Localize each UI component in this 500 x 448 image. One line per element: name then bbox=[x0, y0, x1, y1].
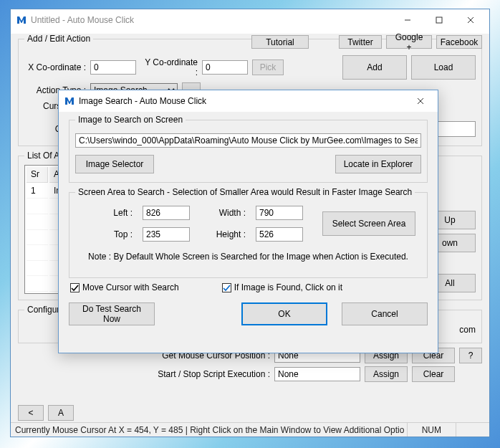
image-path-input[interactable] bbox=[75, 133, 421, 148]
startstop-input[interactable] bbox=[274, 367, 360, 381]
main-title: Untitled - Auto Mouse Click bbox=[31, 15, 392, 25]
main-titlebar[interactable]: Untitled - Auto Mouse Click bbox=[11, 9, 489, 31]
select-screen-area-button[interactable]: Select Screen Area bbox=[322, 211, 415, 236]
left-arrow-button[interactable]: < bbox=[18, 405, 44, 421]
help-button[interactable]: ? bbox=[459, 348, 482, 363]
left-label: Left : bbox=[90, 208, 133, 218]
click-if-found-checkbox[interactable]: If Image is Found, Click on it bbox=[222, 282, 342, 292]
top-label: Top : bbox=[90, 229, 133, 239]
left-input[interactable] bbox=[143, 206, 190, 220]
col-sr[interactable]: Sr bbox=[27, 167, 48, 183]
add-button[interactable]: Add bbox=[342, 55, 407, 80]
add-edit-legend: Add / Edit Action bbox=[24, 34, 93, 44]
move-cursor-checkbox[interactable]: Move Cursor with Search bbox=[70, 282, 179, 292]
dialog-title: Image Search - Auto Mouse Click bbox=[79, 96, 406, 106]
dialog-close-button[interactable] bbox=[406, 92, 435, 110]
dialog-titlebar[interactable]: Image Search - Auto Mouse Click bbox=[59, 90, 438, 112]
test-search-button[interactable]: Do Test Search Now bbox=[69, 302, 155, 325]
a-button[interactable]: A bbox=[48, 405, 74, 421]
twitter-button[interactable]: Twitter bbox=[339, 35, 382, 49]
app-logo-icon bbox=[16, 15, 27, 25]
x-coord-label: X Co-ordinate : bbox=[24, 62, 86, 72]
startstop-label: Start / Stop Script Execution : bbox=[148, 369, 270, 379]
config-com: com bbox=[459, 325, 476, 335]
width-input[interactable] bbox=[256, 206, 303, 220]
close-button[interactable] bbox=[455, 10, 486, 30]
pick-button[interactable]: Pick bbox=[252, 59, 284, 75]
minimize-button[interactable] bbox=[392, 10, 423, 30]
svg-rect-1 bbox=[436, 17, 442, 23]
width-label: Width : bbox=[203, 208, 246, 218]
height-label: Height : bbox=[203, 229, 246, 239]
x-coord-input[interactable] bbox=[90, 60, 136, 75]
load-button[interactable]: Load bbox=[411, 55, 476, 80]
status-num: NUM bbox=[407, 423, 456, 437]
dialog-logo-icon bbox=[64, 96, 74, 106]
image-selector-button[interactable]: Image Selector bbox=[75, 155, 154, 173]
locate-explorer-button[interactable]: Locate in Explorer bbox=[335, 155, 421, 173]
y-coord-input[interactable] bbox=[202, 60, 248, 75]
clear-startstop-button[interactable]: Clear bbox=[412, 366, 455, 382]
checkbox-checked-icon bbox=[70, 283, 80, 292]
top-input[interactable] bbox=[143, 227, 190, 242]
status-bar: Currently Mouse Cursor At X = 454, Y = 4… bbox=[11, 422, 489, 437]
tutorial-button[interactable]: Tutorial bbox=[251, 35, 309, 49]
google-button[interactable]: Google + bbox=[386, 35, 432, 49]
status-text: Currently Mouse Cursor At X = 454, Y = 4… bbox=[15, 425, 404, 435]
image-search-dialog: Image Search - Auto Mouse Click Image to… bbox=[58, 90, 438, 353]
screen-area-fieldset: Screen Area to Search - Selection of Sma… bbox=[69, 187, 428, 278]
screen-area-legend: Screen Area to Search - Selection of Sma… bbox=[75, 187, 415, 197]
height-input[interactable] bbox=[256, 227, 303, 242]
image-to-search-fieldset: Image to Search on Screen Image Selector… bbox=[69, 115, 428, 183]
maximize-button[interactable] bbox=[423, 10, 455, 30]
ok-button[interactable]: OK bbox=[241, 302, 327, 325]
checkbox-checked-icon bbox=[222, 283, 231, 292]
image-to-search-legend: Image to Search on Screen bbox=[75, 115, 186, 125]
y-coord-label: Y Co-ordinate : bbox=[140, 57, 198, 77]
cancel-button[interactable]: Cancel bbox=[342, 302, 428, 325]
assign-startstop-button[interactable]: Assign bbox=[365, 366, 408, 382]
facebook-button[interactable]: Facebook bbox=[436, 35, 482, 49]
screen-area-note: Note : By Default Whole Screen is Search… bbox=[75, 252, 421, 262]
